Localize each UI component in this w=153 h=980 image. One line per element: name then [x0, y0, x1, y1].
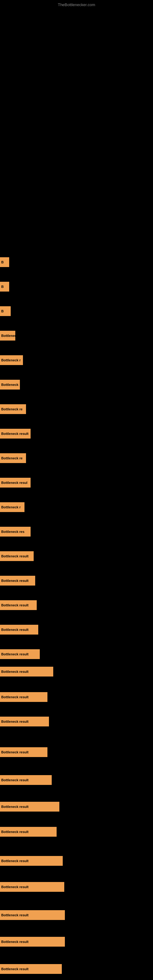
bottleneck-label: Bottleneck result	[1, 940, 29, 943]
bottleneck-label: Bottleneck result	[1, 805, 29, 808]
bottleneck-bar: Bottleneck res	[0, 527, 30, 536]
bottleneck-bar: Bottleneck	[0, 380, 20, 390]
bottleneck-label: Bottleneck result	[1, 750, 29, 754]
bottleneck-bar: B	[0, 306, 11, 316]
bottleneck-label: B	[1, 309, 4, 313]
site-title: TheBottlenecker.com	[58, 2, 95, 7]
bottleneck-label: Bottleneck resul	[1, 481, 27, 485]
bottleneck-label: B	[1, 260, 4, 264]
bottleneck-bar: Bottleneck result	[0, 649, 40, 659]
bottleneck-bar: Bottleneck r	[0, 355, 23, 365]
bottleneck-label: Bottleneck result	[1, 695, 29, 699]
bottleneck-label: Bottleneck	[1, 383, 18, 387]
bottleneck-label: Bottleneck result	[1, 859, 29, 863]
bottleneck-bar: Bottleneck	[0, 331, 15, 340]
bottleneck-label: Bottleneck result	[1, 603, 29, 607]
bottleneck-label: Bottleneck result	[1, 670, 29, 673]
bottleneck-bar: Bottleneck result	[0, 802, 59, 811]
bottleneck-label: Bottleneck result	[1, 579, 29, 582]
bottleneck-bar: Bottleneck result	[0, 964, 62, 974]
bottleneck-bar: Bottleneck result	[0, 600, 37, 610]
bottleneck-label: Bottleneck result	[1, 830, 29, 834]
bottleneck-bar: Bottleneck result	[0, 717, 49, 726]
bottleneck-bar: Bottleneck result	[0, 625, 38, 635]
bottleneck-bar: Bottleneck result	[0, 910, 65, 920]
bottleneck-label: Bottleneck result	[1, 967, 29, 971]
bottleneck-label: Bottleneck result	[1, 554, 29, 558]
bottleneck-bar: Bottleneck r	[0, 502, 24, 512]
bottleneck-bar: B	[0, 257, 9, 267]
bottleneck-label: Bottleneck result	[1, 778, 29, 782]
bottleneck-label: Bottleneck r	[1, 358, 21, 362]
bottleneck-bar: Bottleneck result	[0, 882, 64, 892]
bottleneck-label: Bottleneck res	[1, 530, 24, 533]
bottleneck-label: Bottleneck	[1, 334, 15, 337]
bottleneck-label: Bottleneck result	[1, 885, 29, 889]
bottleneck-bar: Bottleneck resul	[0, 478, 30, 488]
bottleneck-label: Bottleneck result	[1, 652, 29, 656]
bottleneck-label: Bottleneck re	[1, 456, 22, 460]
bottleneck-bar: Bottleneck result	[0, 667, 53, 676]
bottleneck-label: Bottleneck result	[1, 628, 29, 632]
bottleneck-bar: Bottleneck re	[0, 404, 26, 414]
bottleneck-bar: Bottleneck re	[0, 453, 26, 463]
bottleneck-label: Bottleneck result	[1, 720, 29, 723]
bottleneck-label: Bottleneck r	[1, 505, 21, 509]
bottleneck-label: Bottleneck result	[1, 432, 29, 436]
bottleneck-bar: B	[0, 282, 9, 291]
bottleneck-bar: Bottleneck result	[0, 856, 63, 866]
bottleneck-bar: Bottleneck result	[0, 551, 33, 561]
bottleneck-bar: Bottleneck result	[0, 429, 30, 439]
bottleneck-label: Bottleneck re	[1, 407, 22, 411]
bottleneck-bar: Bottleneck result	[0, 692, 48, 702]
bottleneck-bar: Bottleneck result	[0, 937, 65, 947]
bottleneck-label: B	[1, 285, 4, 288]
bottleneck-bar: Bottleneck result	[0, 827, 57, 837]
bottleneck-label: Bottleneck result	[1, 913, 29, 917]
bottleneck-bar: Bottleneck result	[0, 747, 48, 757]
bottleneck-bar: Bottleneck result	[0, 576, 35, 585]
bottleneck-bar: Bottleneck result	[0, 775, 52, 785]
